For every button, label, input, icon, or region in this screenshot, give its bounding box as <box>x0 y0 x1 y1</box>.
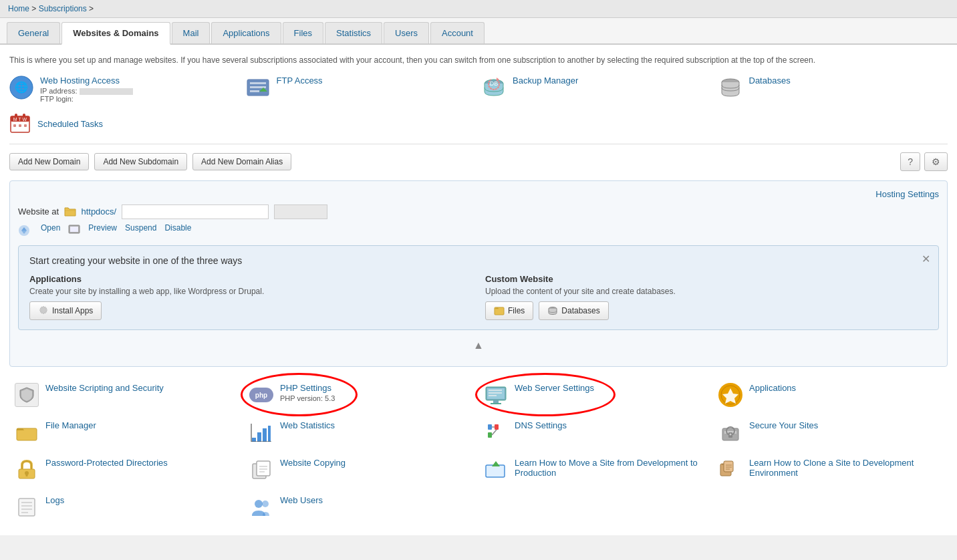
breadcrumb: Home > Subscriptions > <box>0 0 957 18</box>
tab-websites-domains[interactable]: Websites & Domains <box>61 22 170 45</box>
collapse-arrow[interactable]: ▲ <box>18 339 939 352</box>
tab-users[interactable]: Users <box>384 22 429 43</box>
domain-input-2[interactable] <box>274 204 327 219</box>
svg-text:M T W: M T W <box>13 117 27 122</box>
php-settings-link[interactable]: PHP Settings <box>280 383 331 393</box>
action-bar-right: ? ⚙ <box>900 152 948 171</box>
domain-actions: Open Preview Suspend Disable <box>18 223 939 237</box>
domain-panel: Hosting Settings Website at httpdocs/ <box>9 180 948 367</box>
web-statistics-link[interactable]: Web Statistics <box>280 420 335 430</box>
files-button[interactable]: Files <box>485 301 533 320</box>
scheduled-tasks-link[interactable]: Scheduled Tasks <box>37 119 103 129</box>
databases-link[interactable]: Databases <box>749 76 791 86</box>
feature-website-copying: Website Copying <box>244 451 479 488</box>
website-scripting-link[interactable]: Website Scripting and Security <box>45 383 164 393</box>
web-hosting-access-item: 🌐 Web Hosting Access IP address: FTP log… <box>9 76 239 103</box>
suspend-link[interactable]: Suspend <box>125 223 156 237</box>
clone-icon <box>718 458 742 482</box>
feature-dns-settings: DNS Settings <box>479 414 713 451</box>
website-at-label: Website at httpdocs/ <box>18 206 116 218</box>
applications-link[interactable]: Applications <box>749 383 796 393</box>
tab-statistics[interactable]: Statistics <box>325 22 382 43</box>
svg-rect-42 <box>488 424 492 430</box>
disable-link[interactable]: Disable <box>164 223 191 237</box>
help-button[interactable]: ? <box>900 152 920 171</box>
banner-custom-heading: Custom Website <box>485 274 928 284</box>
svg-line-46 <box>492 430 497 435</box>
add-new-subdomain-button[interactable]: Add New Subdomain <box>94 153 187 170</box>
svg-rect-38 <box>263 428 267 442</box>
svg-rect-17 <box>24 124 27 127</box>
databases-icon <box>547 305 558 316</box>
features-grid: Website Scripting and Security php PHP S… <box>9 376 948 526</box>
preview-link[interactable]: Preview <box>88 223 117 237</box>
feature-applications: Applications <box>713 376 948 414</box>
logs-link[interactable]: Logs <box>45 495 64 505</box>
svg-rect-63 <box>724 461 733 472</box>
start-banner: ✕ Start creating your website in one of … <box>18 245 939 330</box>
learn-clone-link[interactable]: Learn How to Clone a Site to Development… <box>749 458 914 478</box>
databases-item: Databases <box>718 76 948 103</box>
logs-icon <box>15 495 39 519</box>
webusers-icon <box>249 495 273 519</box>
password-protected-link[interactable]: Password-Protected Directories <box>45 458 168 468</box>
domain-input[interactable] <box>122 204 269 219</box>
web-server-settings-link[interactable]: Web Server Settings <box>515 383 594 393</box>
close-banner-button[interactable]: ✕ <box>922 253 930 265</box>
svg-rect-39 <box>268 426 271 442</box>
breadcrumb-subscriptions[interactable]: Subscriptions <box>39 4 87 13</box>
settings-button[interactable]: ⚙ <box>924 152 948 171</box>
empty-cell-2 <box>713 488 948 526</box>
svg-point-51 <box>730 434 732 436</box>
ftp-icon <box>246 76 270 100</box>
httpdocs-link[interactable]: httpdocs/ <box>81 206 116 217</box>
svg-rect-37 <box>257 432 261 442</box>
file-manager-link[interactable]: File Manager <box>45 420 96 430</box>
feature-file-manager: File Manager <box>9 414 244 451</box>
svg-rect-44 <box>488 432 492 438</box>
scheduled-tasks-item: M T W Scheduled Tasks <box>9 112 948 136</box>
feature-web-server-settings: Web Server Settings <box>479 376 713 414</box>
applications-icon <box>718 383 742 407</box>
web-users-link[interactable]: Web Users <box>280 495 323 505</box>
tab-bar: General Websites & Domains Mail Applicat… <box>0 18 957 45</box>
ftp-access-link[interactable]: FTP Access <box>277 76 323 86</box>
banner-apps-desc: Create your site by installing a web app… <box>29 287 472 296</box>
website-copying-link[interactable]: Website Copying <box>280 458 346 468</box>
backup-manager-link[interactable]: Backup Manager <box>513 76 578 86</box>
add-new-domain-button[interactable]: Add New Domain <box>9 153 89 170</box>
learn-move-link[interactable]: Learn How to Move a Site from Developmen… <box>515 458 698 478</box>
banner-custom-desc: Upload the content of your site and crea… <box>485 287 928 296</box>
php-version: PHP version: 5.3 <box>280 394 335 402</box>
svg-point-72 <box>255 500 263 508</box>
install-apps-button[interactable]: Install Apps <box>29 301 102 320</box>
banner-col-applications: Applications Create your site by install… <box>29 274 472 320</box>
svg-rect-33 <box>491 403 501 404</box>
svg-rect-32 <box>493 400 499 403</box>
breadcrumb-home[interactable]: Home <box>8 4 29 13</box>
tab-applications[interactable]: Applications <box>211 22 281 43</box>
tab-mail[interactable]: Mail <box>172 22 211 43</box>
tab-account[interactable]: Account <box>430 22 485 43</box>
databases-icon <box>718 76 742 100</box>
tab-files[interactable]: Files <box>283 22 323 43</box>
shield-icon <box>15 383 39 407</box>
webstats-icon <box>249 420 273 444</box>
feature-password-protected: Password-Protected Directories <box>9 451 244 488</box>
backup-icon: DB <box>482 76 506 100</box>
databases-button[interactable]: Databases <box>539 301 608 320</box>
empty-cell-1 <box>479 488 713 526</box>
secure-sites-link[interactable]: Secure Your Sites <box>749 420 818 430</box>
top-links-grid: 🌐 Web Hosting Access IP address: FTP log… <box>9 76 948 103</box>
tab-general[interactable]: General <box>7 22 60 43</box>
svg-point-73 <box>262 501 269 507</box>
dns-settings-link[interactable]: DNS Settings <box>515 420 567 430</box>
start-banner-title: Start creating your website in one of th… <box>29 255 928 266</box>
feature-logs: Logs <box>9 488 244 526</box>
open-link[interactable]: Open <box>41 223 60 237</box>
hosting-settings-link[interactable]: Hosting Settings <box>875 189 939 199</box>
add-new-domain-alias-button[interactable]: Add New Domain Alias <box>192 153 291 170</box>
divider-1 <box>9 144 948 144</box>
ftp-access-item: FTP Access <box>246 76 476 103</box>
web-hosting-link[interactable]: Web Hosting Access <box>40 76 120 86</box>
